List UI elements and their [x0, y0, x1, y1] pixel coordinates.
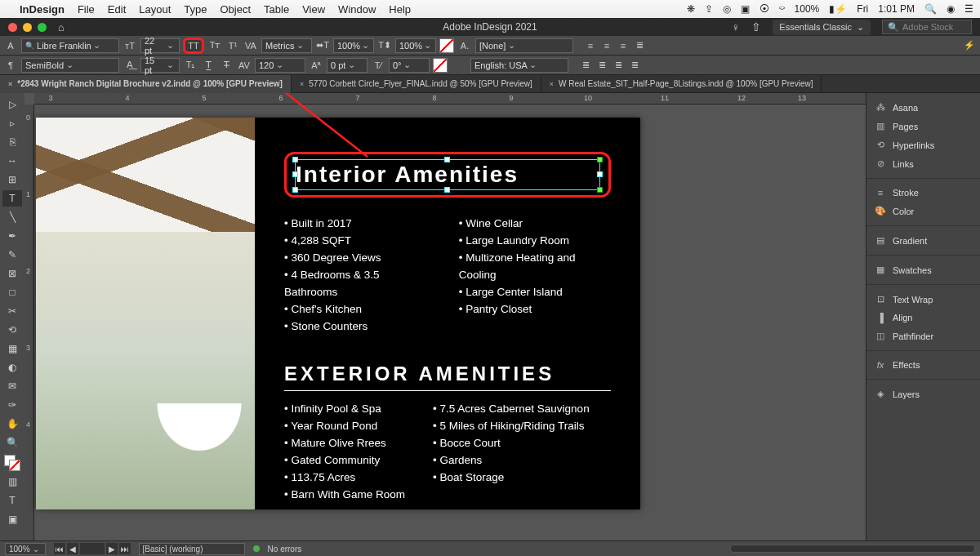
subscript-button[interactable]: T₁	[183, 58, 198, 73]
adobe-icon[interactable]: ▣	[741, 3, 750, 15]
siri-icon[interactable]: ◉	[947, 3, 955, 15]
formatting-affects-text-button[interactable]: T	[2, 492, 22, 509]
frame-handle-in-port[interactable]	[597, 157, 603, 162]
character-style-field[interactable]: [None] ⌄	[475, 38, 573, 53]
justify-all-button[interactable]: ≣	[627, 58, 642, 73]
first-page-icon[interactable]: ⏮	[54, 543, 65, 554]
fullscreen-window-button[interactable]	[38, 23, 47, 32]
justify-last-center-button[interactable]: ≣	[595, 58, 609, 73]
screen-mode-field[interactable]: [Basic] (working)	[139, 543, 245, 555]
vert-scale-field[interactable]: 100% ⌄	[395, 38, 436, 53]
heading-interior[interactable]: Interior Amenities	[296, 162, 599, 188]
tracking-field[interactable]: 120 ⌄	[255, 58, 305, 73]
pencil-tool[interactable]: ✎	[2, 247, 22, 263]
zoom-tool[interactable]: 🔍	[2, 434, 22, 451]
skew-field[interactable]: 0° ⌄	[389, 58, 430, 73]
page-navigator[interactable]: ⏮ ◀ ▶ ⏭	[54, 543, 131, 554]
underline-button[interactable]: T̲	[201, 58, 216, 73]
dropbox-icon[interactable]: ⇪	[705, 3, 713, 15]
menu-item[interactable]: Layout	[139, 3, 171, 16]
close-tab-icon[interactable]: ×	[550, 80, 554, 88]
font-family-field[interactable]: 🔍 Libre Franklin ⌄	[21, 38, 119, 53]
note-tool[interactable]: ✉	[2, 378, 22, 394]
document-canvas[interactable]: 3 4 5 6 7 8 9 10 11 12 13 0 1 2 3 4	[24, 93, 866, 540]
preflight-status[interactable]: No errors	[268, 545, 302, 554]
panel-swatches[interactable]: ▦Swatches	[866, 260, 980, 279]
line-tool[interactable]: ╲	[2, 209, 22, 225]
clock-time[interactable]: 1:01 PM	[878, 3, 915, 15]
menu-item[interactable]: View	[302, 3, 325, 16]
document-tab[interactable]: × W Real Estate_SIT_Half-Page_8Listings.…	[541, 75, 822, 93]
panel-stroke[interactable]: ≡Stroke	[866, 184, 980, 202]
kerning-field[interactable]: Metrics ⌄	[261, 38, 312, 53]
zoom-field[interactable]: 100% ⌄	[5, 543, 46, 555]
fill-stroke-swatch[interactable]	[4, 455, 20, 471]
panel-gradient[interactable]: ▤Gradient	[866, 231, 980, 250]
document-tab[interactable]: × 5770 Corbett Circle_Flyer_FINAL.indd @…	[292, 75, 541, 93]
pen-tool[interactable]: ✒	[2, 228, 22, 244]
scrollbar-horizontal[interactable]	[730, 545, 975, 553]
panel-align[interactable]: ▐Align	[866, 309, 980, 327]
menu-item[interactable]: Help	[389, 3, 411, 16]
page-field[interactable]	[80, 543, 105, 554]
selection-tool[interactable]: ▷	[2, 96, 22, 113]
rectangle-tool[interactable]: □	[2, 284, 22, 300]
close-window-button[interactable]	[8, 23, 17, 32]
menu-item[interactable]: Object	[220, 3, 252, 16]
rectangle-frame-tool[interactable]: ⊠	[2, 265, 22, 282]
evernote-icon[interactable]: ❋	[687, 3, 695, 15]
language-field[interactable]: English: USA ⌄	[470, 58, 568, 73]
adobe-stock-search[interactable]: 🔍 Adobe Stock	[882, 20, 972, 34]
gradient-feather-tool[interactable]: ◐	[2, 359, 22, 376]
frame-handle[interactable]	[444, 157, 450, 162]
workspace-switcher[interactable]: Essentials Classic ⌄	[773, 20, 871, 35]
font-size-field[interactable]: 22 pt ⌄	[140, 38, 180, 53]
menu-item[interactable]: Table	[264, 3, 289, 16]
search-icon[interactable]: 🔍	[924, 3, 937, 15]
type-tool[interactable]: T	[2, 190, 22, 207]
app-name[interactable]: InDesign	[20, 3, 65, 16]
control-center-icon[interactable]: ☰	[964, 3, 973, 15]
horiz-scale-field[interactable]: 100% ⌄	[333, 38, 374, 53]
small-caps-button[interactable]: Tᴛ	[207, 38, 222, 53]
document-tab[interactable]: × *2843 Wright Ranch Digital Brochure v2…	[0, 75, 292, 93]
panel-asana[interactable]: ⁂Asana	[866, 98, 980, 117]
fill-swatch[interactable]	[439, 38, 454, 53]
justify-last-right-button[interactable]: ≣	[611, 58, 626, 73]
clock-day[interactable]: Fri	[857, 3, 868, 15]
frame-handle[interactable]	[292, 157, 298, 162]
scissors-tool[interactable]: ✂	[2, 303, 22, 319]
prev-page-icon[interactable]: ◀	[67, 543, 78, 554]
panel-pages[interactable]: ▥Pages	[866, 117, 980, 136]
baseline-field[interactable]: 0 pt ⌄	[327, 58, 368, 73]
superscript-button[interactable]: T¹	[225, 38, 240, 53]
content-collector-tool[interactable]: ⊞	[2, 171, 22, 188]
font-weight-field[interactable]: SemiBold ⌄	[21, 58, 119, 73]
justify-last-left-button[interactable]: ≣	[578, 58, 593, 73]
gap-tool[interactable]: ↔	[2, 153, 22, 169]
close-tab-icon[interactable]: ×	[300, 80, 304, 88]
stroke-swatch[interactable]	[433, 58, 448, 73]
tips-icon[interactable]: ♀	[732, 20, 741, 33]
align-center-button[interactable]: ≡	[599, 38, 614, 53]
panel-pathfinder[interactable]: ◫Pathfinder	[866, 327, 980, 345]
cc-icon[interactable]: ◎	[723, 3, 731, 15]
last-page-icon[interactable]: ⏭	[119, 543, 131, 554]
horizontal-ruler[interactable]: 3 4 5 6 7 8 9 10 11 12 13	[34, 93, 866, 105]
free-transform-tool[interactable]: ⟲	[2, 322, 22, 338]
justify-button[interactable]: ≣	[632, 38, 647, 53]
close-tab-icon[interactable]: ×	[8, 80, 12, 88]
gradient-swatch-tool[interactable]: ▦	[2, 340, 22, 357]
home-icon[interactable]: ⌂	[58, 21, 65, 33]
leading-field[interactable]: 15 pt ⌄	[140, 58, 180, 73]
wifi-icon[interactable]: ⌔	[779, 3, 785, 15]
text-frame[interactable]: Interior Amenities	[295, 159, 600, 190]
panel-layers[interactable]: ◈Layers	[866, 385, 980, 403]
frame-handle[interactable]	[292, 187, 298, 193]
strikethrough-button[interactable]: T̶	[219, 58, 234, 73]
panel-text-wrap[interactable]: ⊡Text Wrap	[866, 290, 980, 309]
screen-mode-button[interactable]: ▣	[2, 511, 22, 527]
align-right-button[interactable]: ≡	[616, 38, 630, 53]
minimize-window-button[interactable]	[23, 23, 32, 32]
all-caps-button[interactable]: TT	[183, 38, 204, 54]
